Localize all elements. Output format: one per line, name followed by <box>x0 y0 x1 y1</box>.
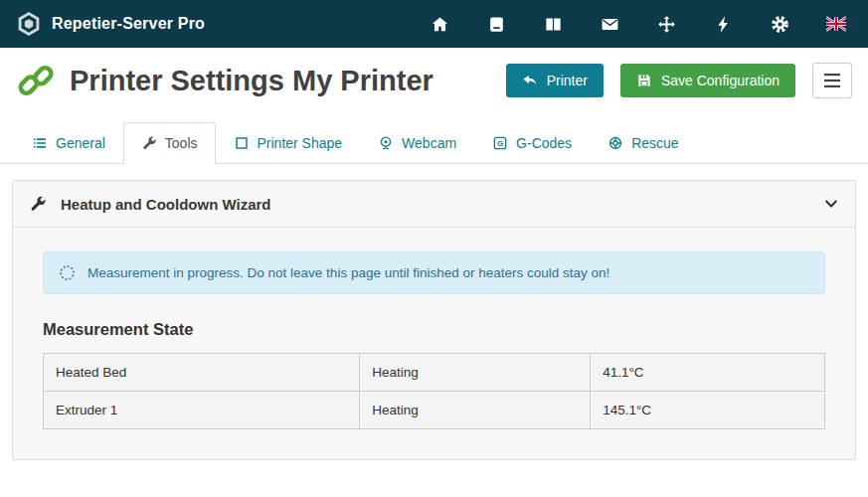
alert-text: Measurement in progress. Do not leave th… <box>87 265 609 280</box>
tab-general-label: General <box>56 135 105 151</box>
printer-button-label: Printer <box>547 73 588 88</box>
measurement-progress-alert: Measurement in progress. Do not leave th… <box>43 251 825 294</box>
printer-button[interactable]: Printer <box>506 64 604 97</box>
tab-gcodes-label: G-Codes <box>516 135 572 151</box>
back-arrow-icon <box>522 73 538 88</box>
shape-icon <box>234 135 250 151</box>
expand-arrows-icon[interactable] <box>656 14 676 34</box>
table-cell-state: Heating <box>360 354 591 392</box>
home-icon[interactable] <box>430 14 449 34</box>
rescue-icon <box>608 135 623 151</box>
webcam-icon <box>378 135 394 151</box>
tab-rescue-label: Rescue <box>631 135 678 151</box>
mail-icon[interactable] <box>600 14 619 34</box>
hamburger-icon <box>824 74 840 87</box>
bolt-icon[interactable] <box>713 14 733 34</box>
panel-header[interactable]: Heatup and Cooldown Wizard <box>13 181 855 228</box>
menu-button[interactable] <box>812 63 852 98</box>
table-cell-device: Heated Bed <box>44 354 360 392</box>
save-configuration-label: Save Configuration <box>661 73 780 88</box>
header-actions: Printer Save Configuration <box>506 63 852 98</box>
book-icon[interactable] <box>543 14 563 34</box>
measurement-state-table: Heated Bed Heating 41.1°C Extruder 1 Hea… <box>43 353 825 429</box>
table-cell-temperature: 145.1°C <box>591 392 825 429</box>
heatup-wizard-panel: Heatup and Cooldown Wizard Measurement i… <box>12 180 856 460</box>
tab-tools[interactable]: Tools <box>123 122 216 164</box>
tab-general[interactable]: General <box>14 122 123 163</box>
chevron-down-icon[interactable] <box>823 196 839 212</box>
panel-body: Measurement in progress. Do not leave th… <box>13 228 855 459</box>
panel-title: Heatup and Cooldown Wizard <box>61 196 271 213</box>
gear-icon[interactable] <box>770 14 789 34</box>
tab-gcodes[interactable]: G G-Codes <box>474 122 590 163</box>
tools-icon <box>29 195 47 213</box>
printer-icon[interactable] <box>486 14 506 34</box>
table-cell-temperature: 41.1°C <box>591 354 825 392</box>
table-cell-state: Heating <box>360 392 591 429</box>
table-cell-device: Extruder 1 <box>44 392 360 429</box>
save-icon <box>636 73 652 88</box>
wrench-icon <box>141 135 157 151</box>
table-row: Heated Bed Heating 41.1°C <box>44 354 825 392</box>
navbar-icons <box>430 14 852 34</box>
repetier-logo-icon <box>16 11 42 37</box>
tab-printer-shape-label: Printer Shape <box>258 135 343 151</box>
tab-printer-shape[interactable]: Printer Shape <box>216 122 361 163</box>
tab-tools-label: Tools <box>165 135 198 151</box>
table-row: Extruder 1 Heating 145.1°C <box>44 392 825 429</box>
gcode-icon: G <box>492 135 508 151</box>
save-configuration-button[interactable]: Save Configuration <box>620 64 795 97</box>
brand-title: Repetier-Server Pro <box>52 15 205 33</box>
page-title: Printer Settings My Printer <box>70 65 434 97</box>
tab-webcam-label: Webcam <box>402 135 456 151</box>
svg-text:G: G <box>497 139 503 148</box>
chain-link-icon <box>16 61 56 100</box>
tab-rescue[interactable]: Rescue <box>590 122 696 163</box>
language-flag-icon[interactable] <box>826 14 846 34</box>
spinner-icon <box>60 265 75 280</box>
measurement-state-heading: Measurement State <box>43 320 825 339</box>
tab-webcam[interactable]: Webcam <box>360 122 474 163</box>
list-icon <box>32 135 48 151</box>
tab-bar: General Tools Printer Shape Webcam G G-C… <box>0 112 868 164</box>
navbar: Repetier-Server Pro <box>0 0 868 48</box>
page-header: Printer Settings My Printer Printer Save… <box>0 48 868 112</box>
